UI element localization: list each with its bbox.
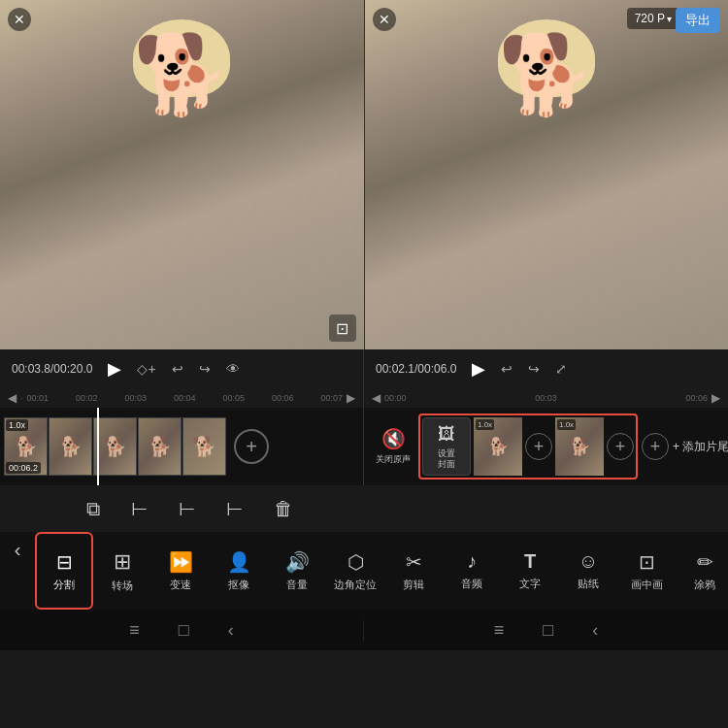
right-clips-container: 🖼 设置封面 1.0x + 1.0x + (422, 417, 634, 476)
right-nav-home[interactable]: □ (543, 620, 553, 641)
add-tail-label: + 添加片尾 (673, 439, 728, 455)
quality-label: 720 P (635, 12, 665, 25)
toolbar-pip[interactable]: ⊡ 画中画 (617, 532, 676, 610)
clip-frame-2 (49, 417, 92, 476)
right-close-button[interactable]: ✕ (373, 8, 396, 31)
cover-icon: 🖼 (438, 424, 455, 445)
right-clip-1-speed: 1.0x (476, 419, 494, 430)
left-close-button[interactable]: ✕ (8, 8, 31, 31)
right-nav-menu[interactable]: ≡ (494, 620, 505, 641)
toolbar-cut[interactable]: ✂ 剪辑 (384, 532, 443, 610)
edit-tools-row: ⧉ ⊢ ⊢ ⊢ 🗑 (0, 485, 728, 532)
left-controls-bar: 00:03.8/00:20.0 ▶ ◇+ ↩ ↪ 👁 (0, 349, 363, 388)
right-ruler: ◀ 00:0000:0300:06 ▶ (364, 388, 728, 408)
volume-label: 音量 (286, 578, 308, 592)
right-clip-1[interactable]: 1.0x (474, 417, 522, 476)
add-between-button-1[interactable]: + (525, 433, 552, 460)
export-button[interactable]: 导出 (676, 8, 720, 33)
toolbar-speed[interactable]: ⏩ 变速 (151, 532, 210, 610)
toolbar-volume[interactable]: 🔊 音量 (268, 532, 326, 610)
align-center-tool[interactable]: ⊢ (179, 497, 195, 520)
dual-controls: 00:03.8/00:20.0 ▶ ◇+ ↩ ↪ 👁 ◀ · 00:0100:0… (0, 349, 728, 408)
right-controls: 00:02.1/00:06.0 ▶ ↩ ↪ ⤢ ◀ 00:0000:0300:0… (364, 349, 728, 408)
right-video-panel: ✕ 720 P ▾ 导出 (365, 0, 729, 349)
toolbar-corner[interactable]: ⬡ 边角定位 (326, 532, 384, 610)
right-play-button[interactable]: ▶ (472, 358, 485, 380)
paint-icon: ✏ (697, 550, 713, 574)
text-label: 文字 (519, 577, 541, 591)
left-ruler: ◀ · 00:0100:0200:0300:0400:0500:0600:07 … (0, 388, 363, 408)
right-clip-2[interactable]: 1.0x (555, 417, 604, 476)
sticker-icon: ☺ (579, 550, 598, 573)
right-redo-button[interactable]: ↪ (528, 361, 540, 377)
left-speed-badge: 1.0x (6, 419, 28, 431)
add-tail-circle-icon: + (642, 433, 669, 460)
right-nav-back[interactable]: ‹ (592, 620, 598, 641)
volume-icon: 🔊 (285, 550, 310, 574)
right-nav: ≡ □ ‹ (364, 620, 728, 641)
toolbar-sticker[interactable]: ☺ 贴纸 (559, 532, 617, 610)
sticker-label: 贴纸 (578, 577, 599, 591)
quality-button[interactable]: 720 P ▾ (627, 8, 679, 29)
toolbar-back-button[interactable]: ‹ (0, 532, 35, 567)
left-keyframe-button[interactable]: ◇+ (137, 361, 155, 377)
clip-frame-4 (138, 417, 182, 476)
left-timeline: 1.0x 00:06.2 + (0, 408, 364, 485)
right-controls-bar: 00:02.1/00:06.0 ▶ ↩ ↪ ⤢ (364, 349, 728, 388)
toolbar-audio[interactable]: ♪ 音频 (443, 532, 501, 610)
cut-icon: ✂ (406, 550, 422, 574)
right-fullscreen-button[interactable]: ⤢ (555, 361, 567, 377)
left-redo-button[interactable]: ↪ (199, 361, 211, 377)
audio-icon2: ♪ (467, 550, 477, 573)
left-duration-badge: 00:06.2 (6, 462, 41, 474)
copy-tool[interactable]: ⧉ (86, 497, 100, 520)
right-video-thumbnail (365, 0, 729, 349)
left-eye-button[interactable]: 👁 (226, 361, 240, 377)
left-clip-strip[interactable]: 1.0x 00:06.2 (4, 417, 226, 476)
corner-icon: ⬡ (347, 550, 364, 574)
cover-label: 设置封面 (438, 448, 455, 470)
add-tail-button[interactable]: + + 添加片尾 (638, 433, 728, 460)
right-timeline: 🔇 关闭原声 🖼 设置封面 1.0x + 1.0x (364, 408, 728, 485)
left-nav-menu[interactable]: ≡ (129, 620, 140, 641)
mask-label: 抠像 (228, 578, 249, 592)
split-icon: ⊟ (56, 550, 73, 574)
left-nav-home[interactable]: □ (179, 620, 189, 641)
align-right-tool[interactable]: ⊢ (226, 497, 243, 520)
left-nav: ≡ □ ‹ (0, 620, 364, 641)
toolbar-paint[interactable]: ✏ 涂鸦 (676, 532, 728, 610)
paint-label: 涂鸦 (694, 578, 715, 592)
delete-tool[interactable]: 🗑 (274, 497, 293, 520)
right-undo-button[interactable]: ↩ (501, 361, 513, 377)
set-cover-button[interactable]: 🖼 设置封面 (422, 417, 471, 476)
add-between-button-2[interactable]: + (607, 433, 634, 460)
clip-frame-5 (182, 417, 226, 476)
left-video-thumbnail (0, 0, 364, 349)
right-time-display: 00:02.1/00:06.0 (376, 362, 456, 376)
transition-label: 转场 (112, 579, 133, 593)
corner-label: 边角定位 (334, 578, 377, 592)
align-left-tool[interactable]: ⊢ (131, 497, 148, 520)
left-nav-back[interactable]: ‹ (228, 620, 234, 641)
video-section: ✕ ⊡ ✕ 720 P ▾ 导出 (0, 0, 728, 349)
toolbar-transition[interactable]: ⊞ 转场 (93, 532, 151, 610)
toolbar-split[interactable]: ⊟ 分割 (35, 532, 93, 610)
audio-toggle-button[interactable]: 🔇 关闭原声 (368, 427, 418, 466)
left-ctrl-icons: ▶ ◇+ ↩ ↪ 👁 (108, 358, 239, 380)
timeline-section: 1.0x 00:06.2 + 🔇 关闭原声 🖼 设置封面 (0, 408, 728, 485)
pip-label: 画中画 (631, 578, 663, 592)
speed-label: 变速 (170, 578, 191, 592)
toolbar-text[interactable]: T 文字 (501, 532, 559, 610)
left-undo-button[interactable]: ↩ (172, 361, 183, 377)
clip-frame-3 (93, 417, 137, 476)
left-screenshot-button[interactable]: ⊡ (329, 314, 356, 342)
left-controls: 00:03.8/00:20.0 ▶ ◇+ ↩ ↪ 👁 ◀ · 00:0100:0… (0, 349, 364, 408)
left-time-display: 00:03.8/00:20.0 (12, 362, 92, 376)
right-clip-2-speed: 1.0x (557, 419, 576, 430)
left-play-button[interactable]: ▶ (108, 358, 121, 380)
left-edit-tools: ⧉ ⊢ ⊢ ⊢ 🗑 (16, 497, 364, 520)
audio-icon: 🔇 (381, 427, 406, 450)
left-add-clip-button[interactable]: + (234, 429, 269, 464)
toolbar-mask[interactable]: 👤 抠像 (210, 532, 268, 610)
text-icon: T (524, 550, 536, 573)
